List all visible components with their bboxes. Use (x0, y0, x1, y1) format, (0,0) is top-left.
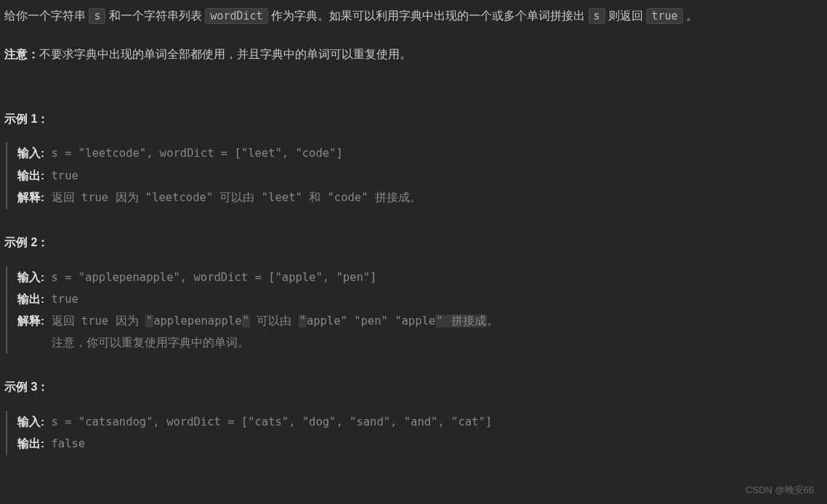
input-label: 输入: (17, 415, 44, 428)
quoted-word-2: apple" "pen" "apple (307, 314, 435, 328)
example-3-heading: 示例 3： (4, 377, 823, 398)
explain-label: 解释: (17, 314, 44, 327)
example-1-input: 输入: s = "leetcode", wordDict = ["leet", … (17, 142, 823, 164)
input-label: 输入: (17, 147, 44, 159)
example-3-input: 输入: s = "catsandog", wordDict = ["cats",… (17, 411, 823, 433)
code-worddict: wordDict (205, 8, 267, 24)
intro-text-3: 作为字典。如果可以利用字典中出现的一个或多个单词拼接出 (268, 9, 589, 22)
output-text: true (52, 293, 78, 306)
explain-p1: 返回 true 因为 (52, 314, 145, 328)
example-3-block: 输入: s = "catsandog", wordDict = ["cats",… (6, 411, 823, 455)
output-label: 输出: (17, 437, 44, 450)
intro-text-4: 则返回 (605, 9, 647, 22)
output-text: false (52, 437, 86, 450)
quoted-word-1: applepenapple (153, 314, 241, 328)
example-1-output: 输出: true (17, 165, 823, 187)
explain-text: 返回 true 因为 "leetcode" 可以由 "leet" 和 "code… (52, 191, 421, 204)
example-1-block: 输入: s = "leetcode", wordDict = ["leet", … (6, 142, 823, 208)
example-2-block: 输入: s = "applepenapple", wordDict = ["ap… (6, 267, 823, 354)
input-text: s = "applepenapple", wordDict = ["apple"… (52, 271, 377, 284)
example-2-explain-line2: 注意，你可以重复使用字典中的单词。 (17, 333, 823, 354)
example-3-output: 输出: false (17, 433, 823, 455)
output-label: 输出: (17, 169, 44, 182)
quote-open-1: " (145, 314, 153, 328)
quote-open-2: " (299, 314, 307, 328)
intro-text-1: 给你一个字符串 (4, 9, 89, 22)
explain-label: 解释: (17, 191, 44, 203)
input-text: s = "leetcode", wordDict = ["leet", "cod… (52, 147, 343, 160)
example-2-input: 输入: s = "applepenapple", wordDict = ["ap… (17, 267, 823, 288)
explain-p4: 。 (487, 314, 499, 328)
example-1-explain: 解释: 返回 true 因为 "leetcode" 可以由 "leet" 和 "… (17, 187, 823, 208)
example-1-heading: 示例 1： (4, 109, 823, 130)
output-text: true (52, 169, 78, 182)
problem-intro: 给你一个字符串 s 和一个字符串列表 wordDict 作为字典。如果可以利用字… (4, 6, 823, 27)
example-2-output: 输出: true (17, 288, 823, 310)
example-2-explain: 解释: 返回 true 因为 "applepenapple" 可以由 "appl… (17, 310, 823, 332)
code-s: s (89, 8, 105, 24)
input-label: 输入: (17, 271, 44, 283)
watermark: CSDN @晚安66 (746, 481, 814, 498)
intro-text-5: 。 (683, 9, 698, 22)
code-s2: s (589, 8, 605, 24)
note-label: 注意： (4, 48, 39, 60)
quote-close-2: " (435, 314, 443, 328)
code-true: true (646, 8, 682, 24)
intro-text-2: 和一个字符串列表 (105, 9, 205, 22)
example-3: 示例 3： 输入: s = "catsandog", wordDict = ["… (4, 377, 823, 455)
example-1: 示例 1： 输入: s = "leetcode", wordDict = ["l… (4, 109, 823, 209)
output-label: 输出: (17, 293, 44, 305)
input-text: s = "catsandog", wordDict = ["cats", "do… (52, 415, 493, 428)
note-text: 不要求字典中出现的单词全部都使用，并且字典中的单词可以重复使用。 (39, 48, 411, 60)
explain-p2: 可以由 (250, 314, 299, 328)
example-2-heading: 示例 2： (4, 232, 823, 253)
example-2: 示例 2： 输入: s = "applepenapple", wordDict … (4, 232, 823, 354)
quote-close-1: " (242, 314, 250, 328)
note-section: 注意：不要求字典中出现的单词全部都使用，并且字典中的单词可以重复使用。 (4, 44, 823, 65)
explain-p3: 拼接成 (444, 314, 487, 328)
